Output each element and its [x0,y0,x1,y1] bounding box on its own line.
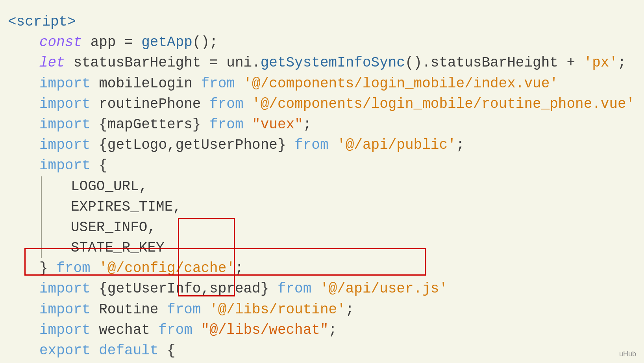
plain-text [201,300,209,320]
plain-text: statusBarHeight = uni. [65,53,261,73]
kw-import: import [39,279,91,299]
line-import-getuserinfo: import {getUserInfo,spread} from '@/api/… [8,279,636,299]
kw-let: let [39,53,65,73]
line-logo-url: LOGO_URL, [39,176,636,197]
plain-text: wechat [91,320,159,341]
kw-import: import [39,320,91,341]
watermark: uHub [619,350,636,358]
plain-text: Routine [91,300,167,320]
str-path: '@/components/login_mobile/routine_phone… [252,94,635,115]
plain-text: ; [303,115,312,135]
line-import-mapgetters: import {mapGetters} from "vuex" ; [8,115,636,135]
code-block: <script> const app = getApp (); let stat… [8,12,636,361]
plain-text: {getLogo,getUserPhone} [91,135,294,156]
kw-import: import [39,300,91,320]
fn-getapp: getApp [141,32,192,53]
plain-text [91,258,99,279]
plain-text [244,94,252,115]
kw-import: import [39,74,91,94]
line-close-from-cache: } from '@/config/cache' ; [8,258,636,279]
kw-export: export [39,341,91,361]
plain-text [235,74,244,94]
line-export-default: export default { [8,341,636,361]
plain-text: {mapGetters} [91,115,209,135]
kw-from: from [209,115,243,135]
plain-text: app = [82,32,141,53]
plain-text: { [158,341,175,361]
plain-text [192,320,201,341]
plain-text [329,135,337,156]
kw-import: import [39,135,91,156]
str-path: '@/components/login_mobile/index.vue' [244,74,558,94]
line-import-getlogo: import {getLogo,getUserPhone} from '@/ap… [8,135,636,156]
kw-from: from [56,258,90,279]
const-logo-url: LOGO_URL, [71,176,147,197]
code-viewer: <script> const app = getApp (); let stat… [0,0,644,363]
line-expires-time: EXPIRES_TIME, [39,197,636,217]
line-import-mobile-login: import mobileLogin from '@/components/lo… [8,74,636,94]
str-path: '@/api/user.js' [320,279,448,299]
line-import-wechat: import wechat from "@/libs/wechat" ; [8,320,636,341]
plain-text [244,115,252,135]
const-state-r-key: STATE_R_KEY [71,238,165,258]
str-vuex: "vuex" [252,115,303,135]
plain-text: ; [329,320,337,341]
line-const-app: const app = getApp (); [8,32,636,53]
line-let-statusbar: let statusBarHeight = uni. getSystemInfo… [8,53,636,73]
import-block: LOGO_URL, EXPIRES_TIME, USER_INFO, STATE… [8,176,636,259]
plain-text: routinePhone [91,94,209,115]
const-expires-time: EXPIRES_TIME, [71,197,181,217]
line-import-open-brace: import { [8,156,636,176]
kw-from: from [201,74,235,94]
line-import-routine: import Routine from '@/libs/routine' ; [8,300,636,320]
plain-text [91,341,99,361]
const-user-info: USER_INFO, [71,217,156,238]
plain-text: (); [192,32,218,53]
kw-import: import [39,156,91,176]
kw-import: import [39,94,91,115]
str-path: '@/libs/routine' [209,300,346,320]
plain-text: ; [235,258,244,279]
fn-getsysteminfosync: getSystemInfoSync [261,53,405,73]
plain-text: ().statusBarHeight + [405,53,584,73]
kw-from: from [278,279,311,299]
line-import-routine-phone: import routinePhone from '@/components/l… [8,94,636,115]
kw-from: from [294,135,328,156]
str-px: 'px' [584,53,618,73]
plain-text: mobileLogin [91,74,201,94]
plain-text: ; [618,53,626,73]
plain-text: } [39,258,56,279]
line-user-info: USER_INFO, [39,217,636,238]
kw-const: const [39,32,82,53]
plain-text [311,279,320,299]
plain-text: ; [456,135,465,156]
str-path: '@/config/cache' [99,258,235,279]
kw-from: from [158,320,192,341]
kw-import: import [39,115,91,135]
kw-from: from [167,300,201,320]
kw-default: default [99,341,158,361]
kw-from: from [209,94,243,115]
str-path: '@/api/public' [337,135,456,156]
script-tag: <script> [8,12,76,32]
str-wechat: "@/libs/wechat" [201,320,328,341]
plain-text: { [91,156,107,176]
line-state-r-key: STATE_R_KEY [39,238,636,258]
plain-text: ; [346,300,354,320]
line-script-tag: <script> [8,12,636,32]
plain-text: {getUserInfo,spread} [91,279,278,299]
